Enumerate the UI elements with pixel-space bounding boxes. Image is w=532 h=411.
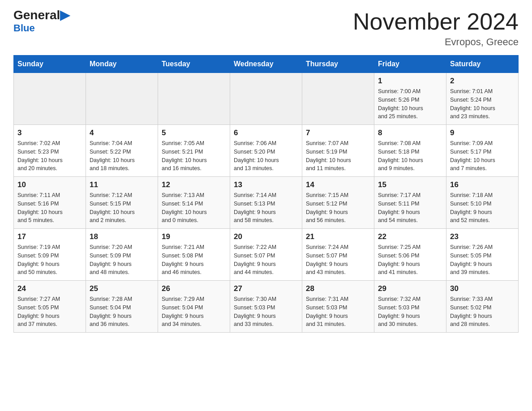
day-info: Sunrise: 7:14 AM Sunset: 5:13 PM Dayligh… bbox=[234, 191, 298, 225]
calendar-cell: 28Sunrise: 7:31 AM Sunset: 5:03 PM Dayli… bbox=[302, 281, 374, 333]
day-number: 28 bbox=[306, 284, 370, 293]
weekday-header-sunday: Sunday bbox=[14, 56, 86, 73]
calendar-week-3: 10Sunrise: 7:11 AM Sunset: 5:16 PM Dayli… bbox=[14, 177, 519, 229]
calendar-cell: 11Sunrise: 7:12 AM Sunset: 5:15 PM Dayli… bbox=[86, 177, 158, 229]
logo-triangle-icon: ▶ bbox=[60, 8, 70, 22]
calendar-cell: 9Sunrise: 7:09 AM Sunset: 5:17 PM Daylig… bbox=[446, 125, 519, 177]
weekday-header-tuesday: Tuesday bbox=[158, 56, 230, 73]
day-number: 1 bbox=[378, 77, 442, 86]
weekday-header-wednesday: Wednesday bbox=[230, 56, 302, 73]
day-info: Sunrise: 7:21 AM Sunset: 5:08 PM Dayligh… bbox=[162, 243, 226, 277]
calendar-cell: 13Sunrise: 7:14 AM Sunset: 5:13 PM Dayli… bbox=[230, 177, 302, 229]
calendar-cell: 20Sunrise: 7:22 AM Sunset: 5:07 PM Dayli… bbox=[230, 229, 302, 281]
logo-blue-text: Blue bbox=[13, 22, 35, 34]
calendar-cell: 1Sunrise: 7:00 AM Sunset: 5:26 PM Daylig… bbox=[374, 73, 446, 125]
calendar-cell: 30Sunrise: 7:33 AM Sunset: 5:02 PM Dayli… bbox=[446, 281, 519, 333]
day-number: 13 bbox=[234, 180, 298, 189]
day-info: Sunrise: 7:07 AM Sunset: 5:19 PM Dayligh… bbox=[306, 139, 370, 173]
calendar-cell bbox=[230, 73, 302, 125]
day-number: 24 bbox=[17, 284, 82, 293]
day-info: Sunrise: 7:18 AM Sunset: 5:10 PM Dayligh… bbox=[450, 191, 515, 225]
day-info: Sunrise: 7:15 AM Sunset: 5:12 PM Dayligh… bbox=[306, 191, 370, 225]
day-info: Sunrise: 7:19 AM Sunset: 5:09 PM Dayligh… bbox=[17, 243, 82, 277]
weekday-header-saturday: Saturday bbox=[446, 56, 519, 73]
weekday-header-monday: Monday bbox=[86, 56, 158, 73]
calendar-cell: 25Sunrise: 7:28 AM Sunset: 5:04 PM Dayli… bbox=[86, 281, 158, 333]
calendar-subtitle: Evropos, Greece bbox=[353, 36, 519, 48]
day-number: 12 bbox=[162, 180, 226, 189]
day-info: Sunrise: 7:27 AM Sunset: 5:05 PM Dayligh… bbox=[17, 295, 82, 329]
day-info: Sunrise: 7:06 AM Sunset: 5:20 PM Dayligh… bbox=[234, 139, 298, 173]
calendar-cell: 4Sunrise: 7:04 AM Sunset: 5:22 PM Daylig… bbox=[86, 125, 158, 177]
calendar-table: SundayMondayTuesdayWednesdayThursdayFrid… bbox=[13, 55, 519, 333]
day-number: 18 bbox=[90, 232, 154, 241]
day-number: 23 bbox=[450, 232, 515, 241]
day-info: Sunrise: 7:11 AM Sunset: 5:16 PM Dayligh… bbox=[17, 191, 82, 225]
calendar-cell: 8Sunrise: 7:08 AM Sunset: 5:18 PM Daylig… bbox=[374, 125, 446, 177]
calendar-cell: 23Sunrise: 7:26 AM Sunset: 5:05 PM Dayli… bbox=[446, 229, 519, 281]
day-info: Sunrise: 7:13 AM Sunset: 5:14 PM Dayligh… bbox=[162, 191, 226, 225]
day-info: Sunrise: 7:26 AM Sunset: 5:05 PM Dayligh… bbox=[450, 243, 515, 277]
calendar-cell bbox=[302, 73, 374, 125]
weekday-header-thursday: Thursday bbox=[302, 56, 374, 73]
day-info: Sunrise: 7:00 AM Sunset: 5:26 PM Dayligh… bbox=[378, 87, 442, 121]
calendar-cell: 2Sunrise: 7:01 AM Sunset: 5:24 PM Daylig… bbox=[446, 73, 519, 125]
day-info: Sunrise: 7:09 AM Sunset: 5:17 PM Dayligh… bbox=[450, 139, 515, 173]
day-info: Sunrise: 7:02 AM Sunset: 5:23 PM Dayligh… bbox=[17, 139, 82, 173]
day-number: 25 bbox=[90, 284, 154, 293]
day-number: 10 bbox=[17, 180, 82, 189]
calendar-cell: 17Sunrise: 7:19 AM Sunset: 5:09 PM Dayli… bbox=[14, 229, 86, 281]
day-info: Sunrise: 7:04 AM Sunset: 5:22 PM Dayligh… bbox=[90, 139, 154, 173]
calendar-cell: 12Sunrise: 7:13 AM Sunset: 5:14 PM Dayli… bbox=[158, 177, 230, 229]
calendar-cell: 16Sunrise: 7:18 AM Sunset: 5:10 PM Dayli… bbox=[446, 177, 519, 229]
day-number: 3 bbox=[17, 128, 82, 137]
calendar-cell: 10Sunrise: 7:11 AM Sunset: 5:16 PM Dayli… bbox=[14, 177, 86, 229]
calendar-cell: 3Sunrise: 7:02 AM Sunset: 5:23 PM Daylig… bbox=[14, 125, 86, 177]
day-number: 8 bbox=[378, 128, 442, 137]
day-info: Sunrise: 7:32 AM Sunset: 5:03 PM Dayligh… bbox=[378, 295, 442, 329]
calendar-cell: 22Sunrise: 7:25 AM Sunset: 5:06 PM Dayli… bbox=[374, 229, 446, 281]
day-info: Sunrise: 7:30 AM Sunset: 5:03 PM Dayligh… bbox=[234, 295, 298, 329]
calendar-cell: 5Sunrise: 7:05 AM Sunset: 5:21 PM Daylig… bbox=[158, 125, 230, 177]
day-number: 26 bbox=[162, 284, 226, 293]
day-info: Sunrise: 7:05 AM Sunset: 5:21 PM Dayligh… bbox=[162, 139, 226, 173]
title-area: November 2024 Evropos, Greece bbox=[353, 9, 519, 48]
day-number: 22 bbox=[378, 232, 442, 241]
day-info: Sunrise: 7:31 AM Sunset: 5:03 PM Dayligh… bbox=[306, 295, 370, 329]
day-info: Sunrise: 7:28 AM Sunset: 5:04 PM Dayligh… bbox=[90, 295, 154, 329]
calendar-week-2: 3Sunrise: 7:02 AM Sunset: 5:23 PM Daylig… bbox=[14, 125, 519, 177]
day-info: Sunrise: 7:01 AM Sunset: 5:24 PM Dayligh… bbox=[450, 87, 515, 121]
day-number: 15 bbox=[378, 180, 442, 189]
calendar-cell: 27Sunrise: 7:30 AM Sunset: 5:03 PM Dayli… bbox=[230, 281, 302, 333]
calendar-cell: 19Sunrise: 7:21 AM Sunset: 5:08 PM Dayli… bbox=[158, 229, 230, 281]
calendar-cell: 7Sunrise: 7:07 AM Sunset: 5:19 PM Daylig… bbox=[302, 125, 374, 177]
day-info: Sunrise: 7:17 AM Sunset: 5:11 PM Dayligh… bbox=[378, 191, 442, 225]
day-info: Sunrise: 7:20 AM Sunset: 5:09 PM Dayligh… bbox=[90, 243, 154, 277]
calendar-cell: 24Sunrise: 7:27 AM Sunset: 5:05 PM Dayli… bbox=[14, 281, 86, 333]
day-info: Sunrise: 7:25 AM Sunset: 5:06 PM Dayligh… bbox=[378, 243, 442, 277]
day-info: Sunrise: 7:33 AM Sunset: 5:02 PM Dayligh… bbox=[450, 295, 515, 329]
day-number: 7 bbox=[306, 128, 370, 137]
day-number: 30 bbox=[450, 284, 515, 293]
day-number: 6 bbox=[234, 128, 298, 137]
day-number: 20 bbox=[234, 232, 298, 241]
day-info: Sunrise: 7:12 AM Sunset: 5:15 PM Dayligh… bbox=[90, 191, 154, 225]
calendar-cell: 18Sunrise: 7:20 AM Sunset: 5:09 PM Dayli… bbox=[86, 229, 158, 281]
day-number: 19 bbox=[162, 232, 226, 241]
day-number: 16 bbox=[450, 180, 515, 189]
calendar-title: November 2024 bbox=[353, 9, 519, 34]
calendar-week-1: 1Sunrise: 7:00 AM Sunset: 5:26 PM Daylig… bbox=[14, 73, 519, 125]
day-info: Sunrise: 7:24 AM Sunset: 5:07 PM Dayligh… bbox=[306, 243, 370, 277]
day-number: 4 bbox=[90, 128, 154, 137]
calendar-cell bbox=[14, 73, 86, 125]
calendar-cell: 26Sunrise: 7:29 AM Sunset: 5:04 PM Dayli… bbox=[158, 281, 230, 333]
day-number: 2 bbox=[450, 77, 515, 86]
day-number: 17 bbox=[17, 232, 82, 241]
calendar-cell bbox=[86, 73, 158, 125]
calendar-week-5: 24Sunrise: 7:27 AM Sunset: 5:05 PM Dayli… bbox=[14, 281, 519, 333]
weekday-header-row: SundayMondayTuesdayWednesdayThursdayFrid… bbox=[14, 56, 519, 73]
day-number: 5 bbox=[162, 128, 226, 137]
calendar-cell bbox=[158, 73, 230, 125]
calendar-cell: 14Sunrise: 7:15 AM Sunset: 5:12 PM Dayli… bbox=[302, 177, 374, 229]
calendar-cell: 6Sunrise: 7:06 AM Sunset: 5:20 PM Daylig… bbox=[230, 125, 302, 177]
